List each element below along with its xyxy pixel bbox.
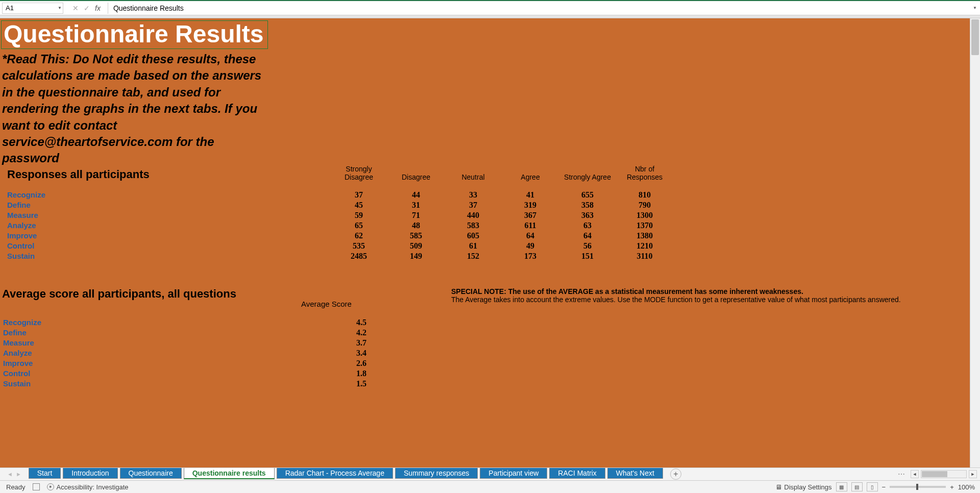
category-cell[interactable]: Define	[3, 201, 330, 210]
value-cell[interactable]: 65	[331, 221, 387, 230]
value-cell[interactable]: 31	[388, 201, 444, 210]
hscroll-left-icon[interactable]: ◄	[911, 470, 919, 478]
value-cell[interactable]: 535	[331, 241, 387, 251]
value-cell[interactable]: 3110	[617, 252, 673, 261]
value-cell[interactable]: 62	[331, 231, 387, 240]
category-cell[interactable]: Control	[3, 369, 340, 378]
value-cell[interactable]: 64	[502, 231, 558, 240]
value-cell[interactable]: 59	[331, 211, 387, 220]
value-cell[interactable]: 605	[445, 231, 501, 240]
sheet-tab[interactable]: RACI Matrix	[549, 468, 605, 479]
value-cell[interactable]: 363	[559, 211, 616, 220]
value-cell[interactable]: 37	[331, 190, 387, 200]
value-cell[interactable]: 611	[502, 221, 558, 230]
value-cell[interactable]: 3.7	[341, 338, 382, 348]
value-cell[interactable]: 3.4	[341, 349, 382, 358]
value-cell[interactable]: 63	[559, 221, 616, 230]
category-cell[interactable]: Define	[3, 328, 340, 337]
value-cell[interactable]: 1380	[617, 231, 673, 240]
value-cell[interactable]: 48	[388, 221, 444, 230]
accessibility-icon[interactable]: ✶	[47, 483, 54, 490]
value-cell[interactable]: 1370	[617, 221, 673, 230]
value-cell[interactable]: 41	[502, 190, 558, 200]
sheet-tab[interactable]: Questionnaire results	[184, 468, 275, 479]
zoom-level[interactable]: 100%	[958, 483, 975, 491]
value-cell[interactable]: 61	[445, 241, 501, 251]
category-cell[interactable]: Control	[3, 241, 330, 251]
view-normal-icon[interactable]: ▦	[836, 482, 847, 491]
sheet-tab[interactable]: Introduction	[63, 468, 117, 479]
value-cell[interactable]: 44	[388, 190, 444, 200]
category-cell[interactable]: Improve	[3, 359, 340, 368]
value-cell[interactable]: 358	[559, 201, 616, 210]
chevron-down-icon[interactable]: ▼	[58, 6, 62, 10]
value-cell[interactable]: 149	[388, 252, 444, 261]
value-cell[interactable]: 2485	[331, 252, 387, 261]
view-page-layout-icon[interactable]: ▤	[851, 482, 863, 491]
sheet-tab[interactable]: Questionnaire	[120, 468, 182, 479]
value-cell[interactable]: 440	[445, 211, 501, 220]
sheet-tab[interactable]: Summary responses	[395, 468, 478, 479]
sheet-tab[interactable]: Radar Chart - Process Average	[277, 468, 393, 479]
selected-cell[interactable]: Questionnaire Results	[1, 20, 268, 49]
formula-input[interactable]: Questionnaire Results ▼	[108, 3, 980, 14]
value-cell[interactable]: 1300	[617, 211, 673, 220]
value-cell[interactable]: 4.5	[341, 318, 382, 327]
value-cell[interactable]: 1210	[617, 241, 673, 251]
value-cell[interactable]: 583	[445, 221, 501, 230]
accept-formula-icon[interactable]: ✓	[84, 4, 90, 12]
zoom-slider[interactable]	[890, 486, 946, 488]
category-cell[interactable]: Analyze	[3, 221, 330, 230]
zoom-in-icon[interactable]: +	[950, 483, 954, 491]
sheet-tab[interactable]: Participant view	[480, 468, 547, 479]
value-cell[interactable]: 1.8	[341, 369, 382, 378]
tab-overflow-icon[interactable]: ⋯	[895, 470, 909, 478]
sheet-tab[interactable]: What's Next	[607, 468, 663, 479]
value-cell[interactable]: 790	[617, 201, 673, 210]
hscroll-thumb[interactable]	[922, 471, 947, 477]
value-cell[interactable]: 4.2	[341, 328, 382, 337]
category-cell[interactable]: Sustain	[3, 252, 330, 261]
value-cell[interactable]: 49	[502, 241, 558, 251]
value-cell[interactable]: 71	[388, 211, 444, 220]
cancel-formula-icon[interactable]: ✕	[72, 4, 79, 12]
value-cell[interactable]: 45	[331, 201, 387, 210]
accessibility-label[interactable]: Accessibility: Investigate	[57, 483, 129, 491]
scrollbar-thumb[interactable]	[971, 19, 979, 55]
name-box[interactable]: A1 ▼	[2, 3, 63, 14]
value-cell[interactable]: 33	[445, 190, 501, 200]
zoom-thumb[interactable]	[916, 484, 918, 490]
horizontal-scrollbar[interactable]	[921, 470, 967, 478]
value-cell[interactable]: 655	[559, 190, 616, 200]
expand-formula-icon[interactable]: ▼	[973, 6, 977, 10]
category-cell[interactable]: Measure	[3, 211, 330, 220]
category-cell[interactable]: Analyze	[3, 349, 340, 358]
display-settings-button[interactable]: 🖥 Display Settings	[775, 483, 831, 491]
value-cell[interactable]: 585	[388, 231, 444, 240]
value-cell[interactable]: 367	[502, 211, 558, 220]
category-cell[interactable]: Recognize	[3, 318, 340, 327]
value-cell[interactable]: 37	[445, 201, 501, 210]
fx-icon[interactable]: fx	[95, 4, 101, 12]
sheet-tab[interactable]: Start	[29, 468, 61, 479]
value-cell[interactable]: 173	[502, 252, 558, 261]
value-cell[interactable]: 319	[502, 201, 558, 210]
value-cell[interactable]: 1.5	[341, 379, 382, 388]
tab-nav-next-icon[interactable]: ►	[16, 471, 21, 477]
worksheet[interactable]: Questionnaire Results *Read This: Do Not…	[0, 18, 970, 467]
value-cell[interactable]: 810	[617, 190, 673, 200]
value-cell[interactable]: 509	[388, 241, 444, 251]
macro-record-icon[interactable]	[33, 483, 40, 490]
category-cell[interactable]: Improve	[3, 231, 330, 240]
view-page-break-icon[interactable]: ▯	[867, 482, 878, 491]
add-sheet-button[interactable]: +	[670, 469, 681, 480]
category-cell[interactable]: Sustain	[3, 379, 340, 388]
category-cell[interactable]: Measure	[3, 338, 340, 348]
vertical-scrollbar[interactable]	[970, 18, 980, 467]
value-cell[interactable]: 56	[559, 241, 616, 251]
value-cell[interactable]: 151	[559, 252, 616, 261]
category-cell[interactable]: Recognize	[3, 190, 330, 200]
hscroll-right-icon[interactable]: ►	[969, 470, 977, 478]
zoom-out-icon[interactable]: −	[882, 483, 886, 491]
tab-nav-prev-icon[interactable]: ◄	[7, 471, 13, 477]
